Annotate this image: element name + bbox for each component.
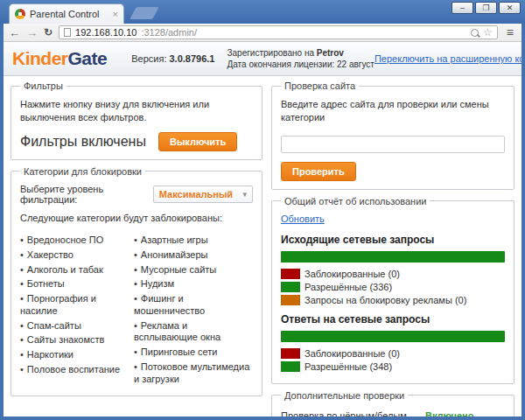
legend-label: Заблокированные (0) bbox=[304, 348, 400, 359]
extra-check-rows: Проверка по чёрным/белым спискам*: Включ… bbox=[281, 410, 505, 416]
right-column: Проверка сайта Введите адрес сайта для п… bbox=[271, 80, 514, 412]
registered-line: Зарегистрировано на Petrov bbox=[228, 48, 344, 58]
header-links: Переключить на расширенную консоль | Пом… bbox=[374, 53, 522, 64]
check-site-button[interactable]: Проверить bbox=[281, 162, 356, 181]
bookmark-star-icon[interactable]: ☆ bbox=[483, 27, 493, 38]
usage-report-section: Общий отчёт об использовании Обновить Ис… bbox=[271, 196, 514, 384]
category-item: Азартные игры bbox=[134, 234, 253, 247]
legend-item: Заблокированные (0) bbox=[281, 348, 400, 359]
category-item: Половое воспитание bbox=[20, 364, 129, 376]
category-item: Порнография и насилие bbox=[20, 293, 129, 318]
filters-section: Фильтры Нажмите кнопку внизу для включен… bbox=[10, 80, 262, 160]
disable-filters-button[interactable]: Выключить bbox=[158, 132, 237, 151]
page-body: KinderGate Версия: 3.0.8796.1 Зарегистри… bbox=[4, 42, 522, 416]
app-header: KinderGate Версия: 3.0.8796.1 Зарегистри… bbox=[4, 42, 522, 76]
filters-status-row: Фильтры включены Выключить bbox=[20, 132, 253, 151]
legend-item: Разрешённые (336) bbox=[281, 282, 392, 292]
filters-description: Нажмите кнопку внизу для включения или в… bbox=[20, 98, 253, 125]
legend-item: Разрешённые (348) bbox=[281, 361, 392, 372]
refresh-link[interactable]: Обновить bbox=[281, 214, 325, 224]
filters-status-text: Фильтры включены bbox=[20, 134, 146, 150]
category-item: Нудизм bbox=[134, 278, 253, 290]
extra-checks-section: Дополнительные проверки Проверка по чёрн… bbox=[271, 390, 514, 416]
category-item: Фишинг и мошенничество bbox=[134, 293, 253, 318]
browser-tab[interactable]: Parental Control × bbox=[9, 4, 124, 24]
category-item: Ботнеты bbox=[20, 278, 129, 290]
registration-info: Зарегистрировано на Petrov Дата окончани… bbox=[228, 47, 374, 71]
category-list-col1: Вредоносное ПОХакерствоАлкоголь и табакБ… bbox=[20, 232, 129, 388]
filters-legend: Фильтры bbox=[20, 80, 66, 91]
filter-level-select[interactable]: Максимальный ▾ bbox=[153, 186, 253, 203]
zoom-icon[interactable] bbox=[471, 29, 479, 37]
categories-section: Категории для блокировки Выберите уровен… bbox=[10, 166, 262, 397]
legend-label: Заблокированные (0) bbox=[304, 269, 400, 279]
maximize-button[interactable]: ❐ bbox=[475, 2, 497, 14]
url-host: 192.168.10.10 bbox=[75, 27, 136, 38]
switch-console-link[interactable]: Переключить на расширенную консоль bbox=[374, 53, 522, 64]
extra-checks-legend: Дополнительные проверки bbox=[281, 390, 408, 401]
category-item: Реклама и всплывающие окна bbox=[134, 320, 253, 345]
version-number: 3.0.8796.1 bbox=[170, 53, 215, 64]
filter-level-row: Выберите уровень фильтрации: Максимальны… bbox=[20, 184, 253, 205]
legend-swatch bbox=[281, 282, 300, 292]
back-icon[interactable]: ← bbox=[9, 27, 20, 38]
tab-favicon-icon bbox=[15, 9, 25, 19]
filter-level-label: Выберите уровень фильтрации: bbox=[20, 184, 146, 205]
reload-icon[interactable]: ↻ bbox=[44, 27, 52, 38]
answer-requests-bar bbox=[281, 331, 505, 342]
tab-title: Parental Control bbox=[30, 9, 108, 19]
site-check-description: Введите адрес сайта для проверки или сме… bbox=[281, 98, 505, 125]
extra-check-value: Включено bbox=[425, 410, 473, 416]
legend-label: Разрешённые (336) bbox=[304, 282, 392, 292]
legend-swatch bbox=[281, 361, 300, 372]
legend-swatch bbox=[281, 348, 300, 359]
usage-report-legend: Общий отчёт об использовании bbox=[281, 196, 430, 206]
chevron-down-icon: ▾ bbox=[242, 190, 247, 199]
category-item: Потоковое мультимедиа и загрузки bbox=[134, 361, 253, 386]
category-item: Алкоголь и табак bbox=[20, 264, 129, 276]
legend-item: Заблокированные (0) bbox=[281, 269, 400, 279]
legend-label: Запросы на блокировку рекламы (0) bbox=[304, 295, 466, 305]
browser-toolbar: ← → ↻ 192.168.10.10 :3128/admin/ ☆ ≡ bbox=[4, 24, 522, 42]
kindergate-logo: KinderGate bbox=[12, 48, 107, 69]
outgoing-requests-bar bbox=[281, 251, 505, 262]
answer-requests-legend: Заблокированные (0) Разрешённые (348) bbox=[281, 348, 505, 372]
answer-requests-title: Ответы на сетевые запросы bbox=[281, 313, 505, 326]
site-check-section: Проверка сайта Введите адрес сайта для п… bbox=[271, 80, 514, 190]
registered-name: Petrov bbox=[317, 48, 344, 58]
category-item: Мусорные сайты bbox=[134, 264, 253, 276]
category-list-col2: Азартные игрыАнонимайзерыМусорные сайтыН… bbox=[134, 232, 253, 388]
license-line: Дата окончания лицензии: 22 август bbox=[228, 60, 374, 69]
category-item: Пиринговые сети bbox=[134, 346, 253, 359]
outgoing-requests-title: Исходящие сетевые запросы bbox=[281, 234, 505, 246]
page-icon bbox=[64, 28, 71, 37]
close-button[interactable]: ✕ bbox=[499, 2, 521, 14]
category-item: Спам-сайты bbox=[20, 320, 129, 332]
version-text: Версия: 3.0.8796.1 bbox=[131, 53, 214, 64]
main-content: Фильтры Нажмите кнопку внизу для включен… bbox=[4, 76, 522, 416]
extra-check-label: Проверка по чёрным/белым спискам*: bbox=[281, 410, 425, 416]
filter-level-value: Максимальный bbox=[159, 189, 233, 200]
minimize-button[interactable]: – bbox=[452, 2, 473, 14]
window-frame: ← → ↻ 192.168.10.10 :3128/admin/ ☆ ≡ Kin… bbox=[0, 24, 525, 420]
chrome-menu-icon[interactable]: ≡ bbox=[504, 26, 516, 38]
categories-legend: Категории для блокировки bbox=[20, 166, 145, 177]
address-bar[interactable]: 192.168.10.10 :3128/admin/ ☆ bbox=[59, 25, 498, 39]
logo-kinder: Kinder bbox=[12, 48, 68, 68]
left-column: Фильтры Нажмите кнопку внизу для включен… bbox=[10, 80, 262, 412]
forward-icon[interactable]: → bbox=[26, 27, 38, 38]
window-controls: – ❐ ✕ bbox=[452, 2, 521, 14]
legend-swatch bbox=[281, 269, 300, 279]
tab-close-icon[interactable]: × bbox=[113, 10, 118, 19]
legend-item: Запросы на блокировку рекламы (0) bbox=[281, 295, 466, 305]
legend-label: Разрешённые (348) bbox=[304, 361, 392, 372]
logo-gate: Gate bbox=[68, 48, 108, 68]
categories-intro: Следующие категории будут заблокированы: bbox=[20, 212, 253, 225]
site-url-input[interactable] bbox=[281, 136, 505, 153]
category-item: Сайты знакомств bbox=[20, 334, 129, 346]
category-item: Анонимайзеры bbox=[134, 249, 253, 262]
new-tab-button[interactable] bbox=[130, 7, 158, 19]
url-path: :3128/admin/ bbox=[141, 27, 197, 38]
extra-check-row: Проверка по чёрным/белым спискам*: Включ… bbox=[281, 410, 505, 416]
browser-titlebar: Parental Control × – ❐ ✕ bbox=[0, 0, 525, 24]
